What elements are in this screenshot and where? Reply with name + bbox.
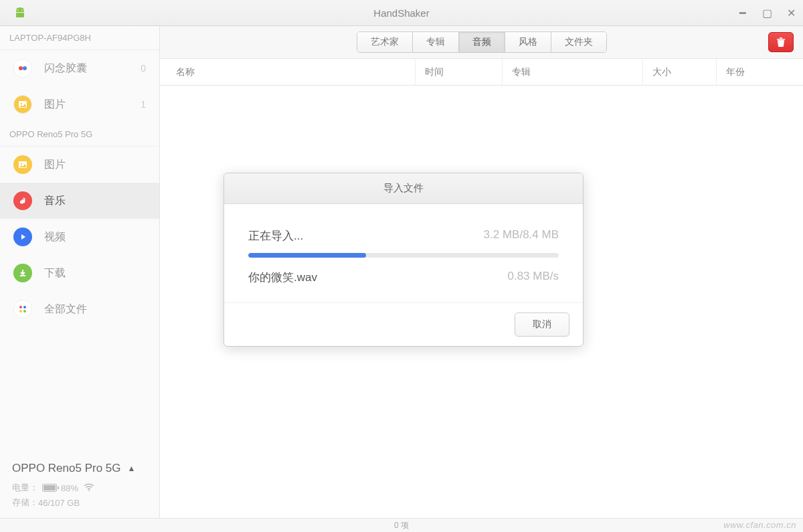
phone-section-label: OPPO Reno5 Pro 5G xyxy=(0,122,159,147)
progress-label: 正在导入... xyxy=(248,228,303,244)
nav-label: 音乐 xyxy=(44,194,66,208)
battery-percent: 88% xyxy=(61,483,78,493)
battery-label: 电量： xyxy=(12,482,38,494)
tab-group: 艺术家专辑音频风格文件夹 xyxy=(357,31,607,53)
storage-value: 46/107 GB xyxy=(38,498,80,508)
col-name[interactable]: 名称 xyxy=(160,66,415,78)
progress-size: 3.2 MB/8.4 MB xyxy=(484,228,559,244)
nav-count: 1 xyxy=(141,99,146,110)
device-footer: OPPO Reno5 Pro 5G ▲ 电量： 88% 存储： 46/107 G… xyxy=(0,452,159,518)
tab-文件夹[interactable]: 文件夹 xyxy=(551,32,606,52)
importing-speed: 0.83 MB/s xyxy=(507,270,559,285)
tabs-row: 艺术家专辑音频风格文件夹 xyxy=(160,26,803,59)
svg-point-13 xyxy=(19,310,22,313)
window-title: HandShaker xyxy=(373,7,429,19)
nav-label: 闪念胶囊 xyxy=(44,62,87,76)
cancel-button[interactable]: 取消 xyxy=(515,313,569,337)
tab-艺术家[interactable]: 艺术家 xyxy=(357,32,413,52)
import-dialog: 导入文件 正在导入... 3.2 MB/8.4 MB 你的微笑.wav 0.83… xyxy=(224,173,584,347)
svg-point-12 xyxy=(23,306,26,308)
files-icon xyxy=(13,300,32,319)
sidebar-item-图片[interactable]: 图片1 xyxy=(0,86,159,122)
sidebar-item-闪念胶囊[interactable]: 闪念胶囊0 xyxy=(0,50,159,86)
svg-rect-5 xyxy=(19,66,23,70)
minimize-button[interactable]: ━ xyxy=(736,6,749,19)
nav-label: 下载 xyxy=(44,266,66,280)
svg-point-1 xyxy=(17,9,19,11)
svg-rect-0 xyxy=(16,13,24,17)
dialog-title: 导入文件 xyxy=(224,173,583,204)
wifi-icon xyxy=(84,482,94,493)
svg-point-10 xyxy=(21,163,22,165)
sidebar: LAPTOP-AF94PG8H 闪念胶囊0图片1 OPPO Reno5 Pro … xyxy=(0,26,160,518)
progress-fill xyxy=(248,253,366,258)
sidebar-item-视频[interactable]: 视频 xyxy=(0,219,159,255)
watermark: www.cfan.com.cn xyxy=(723,520,796,530)
sidebar-item-音乐[interactable]: 音乐 xyxy=(0,183,159,219)
sidebar-item-图片[interactable]: 图片 xyxy=(0,147,159,183)
maximize-button[interactable]: ▢ xyxy=(760,6,774,19)
battery-icon xyxy=(42,484,57,492)
nav-count: 0 xyxy=(141,63,146,74)
col-time[interactable]: 时间 xyxy=(415,59,502,85)
nav-label: 全部文件 xyxy=(44,302,87,317)
tab-专辑[interactable]: 专辑 xyxy=(413,32,459,52)
nav-label: 图片 xyxy=(44,98,66,112)
window-controls: ━ ▢ ✕ xyxy=(736,6,798,19)
sidebar-item-全部文件[interactable]: 全部文件 xyxy=(0,291,159,327)
tab-音频[interactable]: 音频 xyxy=(459,32,505,52)
statusbar: 0 项 xyxy=(0,518,803,532)
video-icon xyxy=(13,228,32,246)
main-area: 艺术家专辑音频风格文件夹 名称 时间 专辑 大小 年份 导入文件 正在导入...… xyxy=(160,26,803,518)
storage-label: 存储： xyxy=(12,497,38,509)
titlebar: HandShaker ━ ▢ ✕ xyxy=(0,0,803,26)
svg-point-15 xyxy=(88,490,90,491)
svg-point-8 xyxy=(21,103,22,104)
col-year[interactable]: 年份 xyxy=(716,59,803,85)
nav-label: 视频 xyxy=(44,230,66,244)
table-header: 名称 时间 专辑 大小 年份 xyxy=(160,59,803,86)
importing-file-name: 你的微笑.wav xyxy=(248,270,317,285)
trash-icon xyxy=(776,37,786,48)
picture-icon xyxy=(13,95,32,114)
svg-point-14 xyxy=(23,310,26,313)
android-icon xyxy=(12,7,28,18)
tab-风格[interactable]: 风格 xyxy=(505,32,551,52)
picture-icon xyxy=(13,155,32,174)
delete-button[interactable] xyxy=(768,32,794,52)
svg-point-2 xyxy=(21,9,23,11)
content-area: 导入文件 正在导入... 3.2 MB/8.4 MB 你的微笑.wav 0.83… xyxy=(160,86,803,518)
capsule-icon xyxy=(13,59,32,78)
col-album[interactable]: 专辑 xyxy=(502,59,642,85)
progress-bar xyxy=(248,253,559,258)
sidebar-item-下载[interactable]: 下载 xyxy=(0,255,159,291)
download-icon xyxy=(13,264,32,282)
close-button[interactable]: ✕ xyxy=(784,6,798,19)
nav-label: 图片 xyxy=(44,158,66,172)
device-name: OPPO Reno5 Pro 5G xyxy=(12,462,121,475)
svg-point-11 xyxy=(19,306,22,308)
col-size[interactable]: 大小 xyxy=(642,59,716,85)
laptop-section-label: LAPTOP-AF94PG8H xyxy=(0,26,159,50)
status-count: 0 项 xyxy=(394,520,409,531)
eject-icon[interactable]: ▲ xyxy=(128,464,136,473)
svg-rect-6 xyxy=(23,66,27,70)
music-icon xyxy=(13,191,32,210)
